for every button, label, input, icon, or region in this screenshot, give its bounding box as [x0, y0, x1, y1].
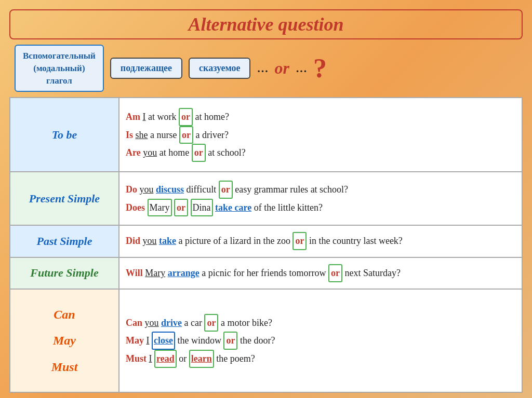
label-tobe: To be: [10, 98, 119, 172]
ellipsis2: …: [296, 62, 307, 75]
content-past: Did you take a picture of a lizard in th…: [119, 225, 522, 257]
grammar-table: To be Am I at work or at home? Is she a …: [9, 97, 523, 393]
or-formula: or: [274, 59, 289, 78]
content-modal: Can you drive a car or a motor bike? May…: [119, 289, 522, 392]
question-mark: ?: [313, 55, 327, 82]
table-row: Past Simple Did you take a picture of a …: [10, 225, 522, 257]
aux-verb-box: Вспомогательный (модальный) глагол: [15, 45, 104, 92]
content-present: Do you discuss difficult or easy grammar…: [119, 172, 522, 225]
page-wrapper: Alternative question Вспомогательный (мо…: [0, 0, 532, 398]
table-row: To be Am I at work or at home? Is she a …: [10, 98, 522, 172]
title-box: Alternative question: [9, 9, 523, 39]
page-title: Alternative question: [21, 13, 511, 35]
header-formula: Вспомогательный (модальный) глагол подле…: [9, 45, 523, 92]
label-modal: Can May Must: [10, 289, 119, 392]
predicate-pill: сказуемое: [189, 58, 250, 79]
content-future: Will Mary arrange a picnic for her frien…: [119, 257, 522, 290]
subject-pill: подлежащее: [110, 58, 182, 79]
label-past: Past Simple: [10, 225, 119, 257]
ellipsis1: …: [257, 62, 268, 75]
content-tobe: Am I at work or at home? Is she a nurse …: [119, 98, 522, 172]
table-row: Can May Must Can you drive a car or a mo…: [10, 289, 522, 392]
table-row: Future Simple Will Mary arrange a picnic…: [10, 257, 522, 290]
label-present: Present Simple: [10, 172, 119, 225]
table-row: Present Simple Do you discuss difficult …: [10, 172, 522, 225]
label-future: Future Simple: [10, 257, 119, 290]
